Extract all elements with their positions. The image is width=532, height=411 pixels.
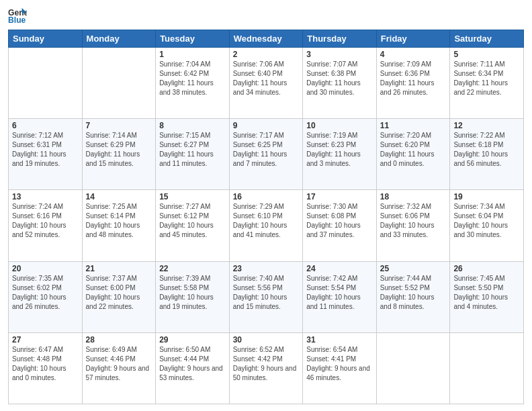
day-cell [376,332,450,404]
day-info: Sunrise: 7:44 AMSunset: 5:52 PMDaylight:… [380,274,447,312]
day-info: Sunrise: 7:27 AMSunset: 6:12 PMDaylight:… [159,202,226,240]
day-cell: 15Sunrise: 7:27 AMSunset: 6:12 PMDayligh… [156,190,230,261]
day-number: 26 [453,264,520,273]
day-info: Sunrise: 7:40 AMSunset: 5:56 PMDaylight:… [233,274,300,312]
day-info: Sunrise: 7:45 AMSunset: 5:50 PMDaylight:… [453,274,520,312]
day-cell: 22Sunrise: 7:39 AMSunset: 5:58 PMDayligh… [156,261,230,332]
day-cell: 23Sunrise: 7:40 AMSunset: 5:56 PMDayligh… [229,261,303,332]
day-info: Sunrise: 7:11 AMSunset: 6:34 PMDaylight:… [453,60,520,97]
day-info: Sunrise: 7:22 AMSunset: 6:18 PMDaylight:… [453,131,520,169]
day-cell: 31Sunrise: 6:54 AMSunset: 4:41 PMDayligh… [303,332,377,404]
day-cell: 2Sunrise: 7:06 AMSunset: 6:40 PMDaylight… [229,48,303,119]
day-cell: 6Sunrise: 7:12 AMSunset: 6:31 PMDaylight… [9,119,83,190]
day-number: 8 [159,121,226,130]
day-number: 5 [453,50,520,59]
day-cell: 13Sunrise: 7:24 AMSunset: 6:16 PMDayligh… [9,190,83,261]
day-info: Sunrise: 7:32 AMSunset: 6:06 PMDaylight:… [380,202,447,240]
day-cell: 10Sunrise: 7:19 AMSunset: 6:23 PMDayligh… [303,119,377,190]
day-cell: 1Sunrise: 7:04 AMSunset: 6:42 PMDaylight… [156,48,230,119]
day-number: 11 [380,121,447,130]
day-info: Sunrise: 6:54 AMSunset: 4:41 PMDaylight:… [306,345,373,383]
weekday-tuesday: Tuesday [156,30,230,48]
day-info: Sunrise: 6:52 AMSunset: 4:42 PMDaylight:… [233,345,300,383]
day-number: 15 [159,192,226,201]
day-number: 24 [306,264,373,273]
week-row-3: 13Sunrise: 7:24 AMSunset: 6:16 PMDayligh… [9,190,524,261]
day-number: 1 [159,50,226,59]
day-number: 16 [233,192,300,201]
weekday-monday: Monday [82,30,156,48]
day-info: Sunrise: 7:20 AMSunset: 6:20 PMDaylight:… [380,131,447,169]
day-info: Sunrise: 6:47 AMSunset: 4:48 PMDaylight:… [12,345,79,383]
day-info: Sunrise: 7:14 AMSunset: 6:29 PMDaylight:… [86,131,152,169]
day-number: 9 [233,121,300,130]
day-info: Sunrise: 7:30 AMSunset: 6:08 PMDaylight:… [306,202,373,240]
logo-icon: General Blue [8,7,27,26]
day-info: Sunrise: 7:17 AMSunset: 6:25 PMDaylight:… [233,131,300,169]
day-number: 13 [12,192,79,201]
day-number: 6 [12,121,79,130]
day-number: 12 [453,121,520,130]
day-cell: 29Sunrise: 6:50 AMSunset: 4:44 PMDayligh… [156,332,230,404]
day-number: 27 [12,335,79,345]
day-number: 19 [453,192,520,201]
weekday-header-row: SundayMondayTuesdayWednesdayThursdayFrid… [9,30,524,48]
day-number: 14 [86,192,152,201]
day-number: 7 [86,121,152,130]
week-row-2: 6Sunrise: 7:12 AMSunset: 6:31 PMDaylight… [9,119,524,190]
day-cell: 24Sunrise: 7:42 AMSunset: 5:54 PMDayligh… [303,261,377,332]
week-row-4: 20Sunrise: 7:35 AMSunset: 6:02 PMDayligh… [9,261,524,332]
day-number: 20 [12,264,79,273]
day-cell [9,48,83,119]
day-info: Sunrise: 7:39 AMSunset: 5:58 PMDaylight:… [159,274,226,312]
day-info: Sunrise: 7:04 AMSunset: 6:42 PMDaylight:… [159,60,226,97]
day-info: Sunrise: 7:42 AMSunset: 5:54 PMDaylight:… [306,274,373,312]
header: General Blue [8,7,524,26]
day-info: Sunrise: 7:24 AMSunset: 6:16 PMDaylight:… [12,202,79,240]
svg-text:Blue: Blue [8,15,26,25]
day-cell: 5Sunrise: 7:11 AMSunset: 6:34 PMDaylight… [450,48,524,119]
week-row-5: 27Sunrise: 6:47 AMSunset: 4:48 PMDayligh… [9,332,524,404]
day-number: 18 [380,192,447,201]
day-number: 17 [306,192,373,201]
day-info: Sunrise: 7:25 AMSunset: 6:14 PMDaylight:… [86,202,152,240]
day-cell: 21Sunrise: 7:37 AMSunset: 6:00 PMDayligh… [82,261,156,332]
day-cell: 12Sunrise: 7:22 AMSunset: 6:18 PMDayligh… [450,119,524,190]
day-info: Sunrise: 7:07 AMSunset: 6:38 PMDaylight:… [306,60,373,97]
day-cell: 9Sunrise: 7:17 AMSunset: 6:25 PMDaylight… [229,119,303,190]
day-number: 29 [159,335,226,345]
day-number: 2 [233,50,300,59]
logo: General Blue [8,7,27,26]
day-number: 23 [233,264,300,273]
day-info: Sunrise: 6:49 AMSunset: 4:46 PMDaylight:… [86,345,152,383]
page: General Blue SundayMondayTuesdayWednesda… [0,0,532,411]
day-cell: 27Sunrise: 6:47 AMSunset: 4:48 PMDayligh… [9,332,83,404]
day-cell: 28Sunrise: 6:49 AMSunset: 4:46 PMDayligh… [82,332,156,404]
day-info: Sunrise: 7:29 AMSunset: 6:10 PMDaylight:… [233,202,300,240]
day-cell [450,332,524,404]
day-number: 28 [86,335,152,345]
day-cell: 8Sunrise: 7:15 AMSunset: 6:27 PMDaylight… [156,119,230,190]
weekday-wednesday: Wednesday [229,30,303,48]
day-cell: 16Sunrise: 7:29 AMSunset: 6:10 PMDayligh… [229,190,303,261]
weekday-friday: Friday [376,30,450,48]
day-number: 25 [380,264,447,273]
day-info: Sunrise: 7:15 AMSunset: 6:27 PMDaylight:… [159,131,226,169]
calendar-table: SundayMondayTuesdayWednesdayThursdayFrid… [8,30,524,404]
day-cell: 30Sunrise: 6:52 AMSunset: 4:42 PMDayligh… [229,332,303,404]
day-number: 31 [306,335,373,345]
day-info: Sunrise: 7:09 AMSunset: 6:36 PMDaylight:… [380,60,447,97]
weekday-saturday: Saturday [450,30,524,48]
day-cell: 3Sunrise: 7:07 AMSunset: 6:38 PMDaylight… [303,48,377,119]
day-info: Sunrise: 7:12 AMSunset: 6:31 PMDaylight:… [12,131,79,169]
day-cell: 25Sunrise: 7:44 AMSunset: 5:52 PMDayligh… [376,261,450,332]
day-cell: 20Sunrise: 7:35 AMSunset: 6:02 PMDayligh… [9,261,83,332]
day-cell: 7Sunrise: 7:14 AMSunset: 6:29 PMDaylight… [82,119,156,190]
day-number: 30 [233,335,300,345]
day-number: 10 [306,121,373,130]
day-info: Sunrise: 6:50 AMSunset: 4:44 PMDaylight:… [159,345,226,383]
day-number: 4 [380,50,447,59]
day-number: 3 [306,50,373,59]
day-cell: 14Sunrise: 7:25 AMSunset: 6:14 PMDayligh… [82,190,156,261]
week-row-1: 1Sunrise: 7:04 AMSunset: 6:42 PMDaylight… [9,48,524,119]
